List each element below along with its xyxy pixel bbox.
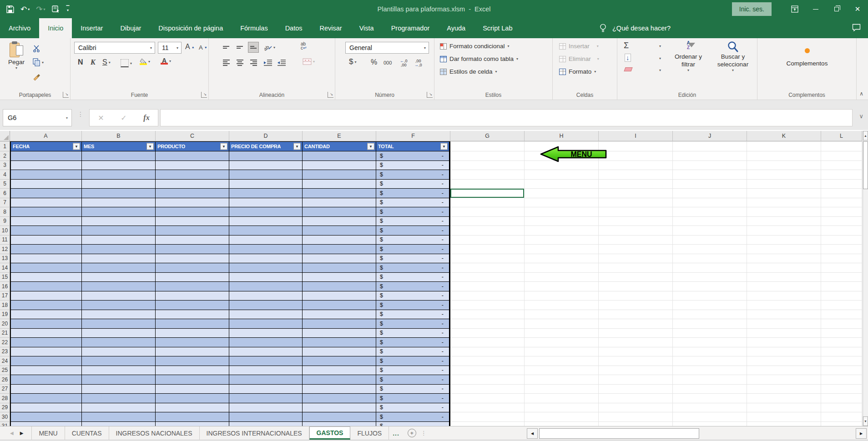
cell-L19[interactable] <box>821 310 862 320</box>
cell-D21[interactable] <box>229 329 303 338</box>
cell-F28[interactable]: $- <box>376 394 450 403</box>
cell-D22[interactable] <box>229 338 303 347</box>
cell-K24[interactable] <box>747 356 821 366</box>
cell-J14[interactable] <box>673 263 747 273</box>
cell-A28[interactable] <box>10 394 82 403</box>
borders-button[interactable]: ▾ <box>121 59 132 67</box>
cell-I3[interactable] <box>599 161 673 170</box>
cell-K11[interactable] <box>747 236 821 245</box>
cell-L20[interactable] <box>821 319 862 329</box>
cell-J8[interactable] <box>673 207 747 217</box>
cell-K5[interactable] <box>747 180 821 189</box>
cell-H27[interactable] <box>525 385 599 394</box>
cell-B11[interactable] <box>82 236 156 245</box>
cell-B19[interactable] <box>82 310 156 320</box>
cell-C18[interactable] <box>156 301 229 310</box>
cell-L2[interactable] <box>821 151 862 161</box>
clear-caret-icon[interactable]: ▾ <box>659 68 661 72</box>
wrap-text-button[interactable]: abc↵ <box>301 42 307 50</box>
sheet-nav-next-icon[interactable]: ▶ <box>20 431 24 436</box>
sheet-tab-ingresos-nacionales[interactable]: INGRESOS NACIONALES <box>109 426 200 440</box>
cell-F26[interactable]: $- <box>376 375 450 385</box>
cell-H12[interactable] <box>525 245 599 254</box>
row-header-29[interactable]: 29 <box>0 403 10 413</box>
cell-F25[interactable]: $- <box>376 366 450 376</box>
cell-J25[interactable] <box>673 366 747 376</box>
cell-E24[interactable] <box>303 356 376 366</box>
cell-B8[interactable] <box>82 207 156 217</box>
cell-B6[interactable] <box>82 189 156 198</box>
cell-I31[interactable] <box>599 422 673 426</box>
cell-E14[interactable] <box>303 263 376 273</box>
cell-G27[interactable] <box>450 385 525 394</box>
cell-B18[interactable] <box>82 301 156 310</box>
cell-G31[interactable] <box>450 422 525 426</box>
row-header-28[interactable]: 28 <box>0 394 10 403</box>
cell-E21[interactable] <box>303 329 376 338</box>
horizontal-scrollbar-track[interactable] <box>699 428 856 439</box>
select-all-corner[interactable] <box>0 131 10 141</box>
cell-H25[interactable] <box>525 366 599 376</box>
cell-C6[interactable] <box>156 189 229 198</box>
cell-C30[interactable] <box>156 412 229 422</box>
cell-G22[interactable] <box>450 338 525 347</box>
sheet-tab-cuentas[interactable]: CUENTAS <box>65 426 109 440</box>
cell-C5[interactable] <box>156 180 229 189</box>
align-right-button[interactable] <box>248 57 259 68</box>
cell-J3[interactable] <box>673 161 747 170</box>
scroll-down-icon[interactable]: ▼ <box>863 416 868 426</box>
close-button[interactable]: ✕ <box>847 0 868 18</box>
row-header-12[interactable]: 12 <box>0 245 10 254</box>
cell-E27[interactable] <box>303 385 376 394</box>
cell-B24[interactable] <box>82 356 156 366</box>
cell-G24[interactable] <box>450 356 525 366</box>
ribbon-display-options-button[interactable] <box>784 0 805 18</box>
cell-B29[interactable] <box>82 403 156 413</box>
cell-K15[interactable] <box>747 273 821 282</box>
cell-C8[interactable] <box>156 207 229 217</box>
cell-D16[interactable] <box>229 282 303 291</box>
cell-I21[interactable] <box>599 329 673 338</box>
orientation-button[interactable]: ab ▾ <box>264 44 275 51</box>
cell-D27[interactable] <box>229 385 303 394</box>
cell-A11[interactable] <box>10 236 82 245</box>
cell-L12[interactable] <box>821 245 862 254</box>
row-header-9[interactable]: 9 <box>0 217 10 226</box>
cell-J15[interactable] <box>673 273 747 282</box>
filter-button-mes[interactable]: ▼ <box>146 143 154 150</box>
ribbon-tab-vista[interactable]: Vista <box>351 18 383 38</box>
cell-H14[interactable] <box>525 263 599 273</box>
cell-G23[interactable] <box>450 347 525 357</box>
cell-K22[interactable] <box>747 338 821 347</box>
column-header-L[interactable]: L <box>821 131 862 141</box>
cell-I6[interactable] <box>599 189 673 198</box>
cell-C20[interactable] <box>156 319 229 329</box>
cell-L4[interactable] <box>821 170 862 180</box>
cell-A22[interactable] <box>10 338 82 347</box>
cell-K30[interactable] <box>747 412 821 422</box>
cell-K20[interactable] <box>747 319 821 329</box>
cell-B23[interactable] <box>82 347 156 357</box>
sheet-tab-gastos[interactable]: GASTOS <box>309 426 351 440</box>
cell-A5[interactable] <box>10 180 82 189</box>
cell-E19[interactable] <box>303 310 376 320</box>
cell-G18[interactable] <box>450 301 525 310</box>
cell-F1[interactable]: TOTAL▼ <box>376 141 450 151</box>
row-header-18[interactable]: 18 <box>0 301 10 310</box>
cell-K7[interactable] <box>747 198 821 208</box>
column-header-B[interactable]: B <box>82 131 156 141</box>
scroll-left-icon[interactable]: ◀ <box>527 428 538 439</box>
cell-J19[interactable] <box>673 310 747 320</box>
cell-F6[interactable]: $- <box>376 189 450 198</box>
cell-B10[interactable] <box>82 226 156 236</box>
cell-F16[interactable]: $- <box>376 282 450 291</box>
grow-font-button[interactable]: A▲ <box>185 43 195 51</box>
cell-C4[interactable] <box>156 170 229 180</box>
cell-L1[interactable] <box>821 141 862 151</box>
cell-L22[interactable] <box>821 338 862 347</box>
cell-E11[interactable] <box>303 236 376 245</box>
row-header-5[interactable]: 5 <box>0 180 10 189</box>
cell-H16[interactable] <box>525 282 599 291</box>
cell-C28[interactable] <box>156 394 229 403</box>
cell-L16[interactable] <box>821 282 862 291</box>
